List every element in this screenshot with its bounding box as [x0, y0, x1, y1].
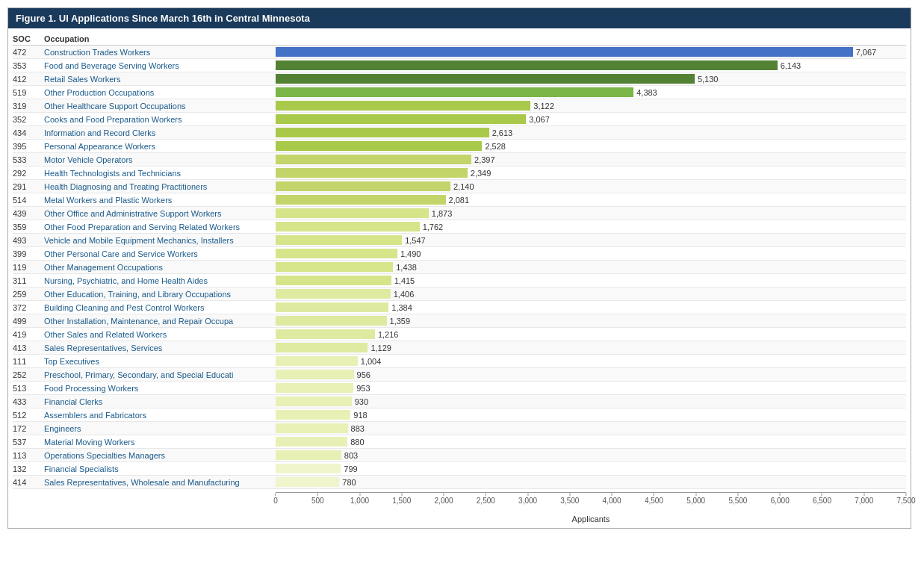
x-tick-label: 1,000: [350, 497, 369, 505]
bar: [276, 87, 633, 97]
x-tick-line: [527, 493, 528, 496]
soc-cell: 311: [13, 276, 44, 285]
bar-cell: 2,349: [276, 168, 906, 178]
occ-cell: Engineers: [44, 424, 276, 433]
soc-cell: 519: [13, 88, 44, 97]
soc-cell: 353: [13, 61, 44, 70]
bar: [276, 155, 471, 164]
bar: [276, 356, 358, 366]
bar-cell: 918: [276, 410, 906, 420]
occ-cell: Nursing, Psychiatric, and Home Health Ai…: [44, 276, 276, 285]
bar-label: 1,384: [391, 303, 412, 312]
x-tick: 4,500: [645, 493, 663, 505]
soc-cell: 412: [13, 75, 44, 84]
bar-cell: 1,384: [276, 302, 906, 312]
soc-cell: 252: [13, 370, 44, 379]
soc-cell: 472: [13, 48, 44, 57]
occ-cell: Metal Workers and Plastic Workers: [44, 196, 276, 205]
chart-title: Figure 1. UI Applications Since March 16…: [8, 8, 911, 28]
table-row: 499 Other Installation, Maintenance, and…: [13, 314, 906, 328]
x-tick: 3,500: [560, 493, 579, 505]
occ-cell: Food Processing Workers: [44, 384, 276, 393]
bar-cell: 1,547: [276, 235, 906, 245]
bar-label: 1,873: [432, 209, 453, 218]
bar-cell: 803: [276, 450, 906, 460]
x-tick: 2,000: [435, 493, 453, 505]
soc-cell: 172: [13, 424, 44, 433]
x-tick-label: 4,500: [645, 497, 663, 505]
x-tick-line: [780, 493, 781, 496]
bar-cell: 883: [276, 423, 906, 433]
bar-label: 1,406: [394, 290, 415, 299]
x-tick: 6,500: [813, 493, 831, 505]
bar-label: 953: [356, 384, 370, 393]
bar: [276, 316, 387, 326]
bar-label: 5,130: [698, 75, 719, 84]
x-tick: 1,000: [350, 493, 369, 505]
table-row: 433 Financial Clerks 930: [13, 395, 906, 408]
x-axis-container: 05001,0001,5002,0002,5003,0003,5004,0004…: [13, 492, 906, 513]
bar: [276, 397, 352, 406]
bar-cell: 1,490: [276, 249, 906, 258]
bar: [276, 477, 339, 487]
bar-label: 1,438: [396, 263, 417, 272]
table-row: 292 Health Technologists and Technicians…: [13, 167, 906, 180]
header-row: SOC Occupation: [13, 33, 906, 46]
bar-cell: 930: [276, 397, 906, 406]
soc-header: SOC: [13, 34, 44, 43]
soc-cell: 514: [13, 196, 44, 205]
x-tick-label: 1,500: [392, 497, 411, 505]
soc-cell: 292: [13, 169, 44, 178]
x-tick-label: 7,500: [896, 497, 915, 505]
x-tick-line: [612, 493, 613, 496]
soc-cell: 512: [13, 411, 44, 420]
bar: [276, 423, 348, 433]
table-row: 172 Engineers 883: [13, 422, 906, 435]
bar-cell: 780: [276, 477, 906, 487]
occ-cell: Operations Specialties Managers: [44, 451, 276, 460]
soc-cell: 291: [13, 182, 44, 191]
table-row: 399 Other Personal Care and Service Work…: [13, 247, 906, 261]
soc-cell: 372: [13, 303, 44, 312]
table-row: 413 Sales Representatives, Services 1,12…: [13, 341, 906, 355]
bar-label: 2,081: [449, 196, 470, 205]
soc-cell: 259: [13, 290, 44, 299]
soc-cell: 113: [13, 451, 44, 460]
soc-cell: 395: [13, 142, 44, 151]
soc-cell: 533: [13, 155, 44, 164]
bar: [276, 437, 347, 447]
bar-cell: 1,415: [276, 276, 906, 285]
x-tick-line: [569, 493, 570, 496]
x-tick-label: 3,000: [518, 497, 537, 505]
table-row: 493 Vehicle and Mobile Equipment Mechani…: [13, 234, 906, 247]
x-tick-label: 6,500: [813, 497, 831, 505]
soc-cell: 352: [13, 115, 44, 124]
occ-cell: Other Personal Care and Service Workers: [44, 249, 276, 258]
bar-label: 1,547: [405, 236, 426, 245]
soc-cell: 399: [13, 249, 44, 258]
bar-cell: 2,613: [276, 128, 906, 137]
occ-cell: Construction Trades Workers: [44, 48, 276, 57]
x-tick-line: [359, 493, 360, 496]
table-row: 352 Cooks and Food Preparation Workers 3…: [13, 113, 906, 126]
bar-label: 2,349: [471, 169, 492, 178]
x-axis-label: Applicants: [13, 513, 906, 528]
soc-cell: 111: [13, 357, 44, 366]
bar-cell: 1,438: [276, 262, 906, 272]
bar: [276, 343, 368, 352]
bar-cell: 4,383: [276, 87, 906, 97]
table-row: 514 Metal Workers and Plastic Workers 2,…: [13, 193, 906, 207]
table-row: 259 Other Education, Training, and Libra…: [13, 287, 906, 301]
x-tick-line: [401, 493, 402, 496]
occ-cell: Other Education, Training, and Library O…: [44, 290, 276, 299]
x-tick-label: 3,500: [560, 497, 579, 505]
bar-cell: 956: [276, 370, 906, 379]
bar: [276, 302, 388, 312]
table-row: 395 Personal Appearance Workers 2,528: [13, 140, 906, 153]
bar-cell: 2,081: [276, 195, 906, 205]
x-tick-label: 7,000: [855, 497, 873, 505]
table-row: 319 Other Healthcare Support Occupations…: [13, 99, 906, 113]
bar-label: 1,415: [394, 276, 415, 285]
table-row: 513 Food Processing Workers 953: [13, 382, 906, 395]
x-tick-label: 500: [311, 497, 324, 505]
